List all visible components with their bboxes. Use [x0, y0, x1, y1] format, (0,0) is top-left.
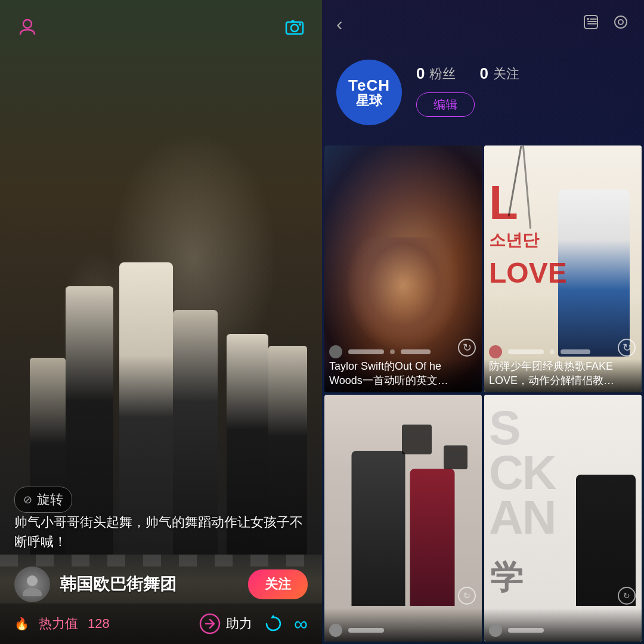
back-button[interactable]: ‹ [336, 13, 343, 35]
heat-icon: 🔥 [14, 617, 29, 631]
fans-label: 粉丝 [429, 65, 456, 83]
svg-point-14 [615, 16, 627, 28]
edit-profile-button[interactable]: 编辑 [416, 92, 475, 117]
svg-point-6 [23, 588, 42, 596]
grid-avatar-tiny-4 [489, 624, 502, 637]
gi4-dancer [576, 475, 636, 606]
gi4-chinese-char: 学 [490, 556, 523, 600]
gi3-person1 [352, 451, 405, 606]
grid-username-2b [561, 349, 590, 354]
gi3-person2 [410, 469, 455, 606]
user-avatar [14, 566, 50, 602]
bottom-action-bar: 🔥 热力值 128 助力 ∞ [0, 603, 322, 644]
grid-avatar-tiny-2 [489, 345, 502, 358]
grid-user-strip-1: Taylor Swift的Out Of he Woods一首动听的英文… [324, 359, 482, 392]
rotate-badge[interactable]: ⊘ 旋转 [14, 487, 72, 513]
svg-point-15 [618, 20, 623, 24]
profile-section: TeCH 星球 0 粉丝 0 关注 编辑 [322, 48, 644, 137]
follow-count: 0 [479, 64, 488, 83]
rotate-label: 旋转 [37, 491, 63, 509]
share-button[interactable] [262, 612, 284, 635]
grid-item-1[interactable]: Taylor Swift的Out Of he Woods一首动听的英文… [324, 145, 482, 392]
fans-stat: 0 粉丝 [416, 64, 456, 83]
right-panel: ‹ TeCH 星球 [322, 0, 644, 644]
grid-user-strip-4 [484, 608, 642, 642]
follow-stat: 0 关注 [479, 64, 519, 83]
grid-item-2[interactable]: L 소년단 LOVE 防弹少年团经典热歌FAKE LOVE，动作分解情侣教… [484, 145, 642, 392]
gi4-s-letter: S [489, 407, 519, 450]
user-bar: 韩国欧巴街舞团 关注 [0, 566, 322, 602]
follow-button[interactable]: 关注 [248, 569, 308, 599]
gi3-blur1 [402, 425, 432, 454]
grid-user-row-1 [329, 345, 477, 358]
assist-label: 助力 [226, 615, 252, 633]
grid-item-3[interactable]: ↻ [324, 395, 482, 642]
grid-item-3-bg [324, 395, 482, 642]
svg-point-4 [299, 23, 301, 26]
svg-rect-3 [291, 20, 295, 23]
grid-username-2 [508, 349, 544, 354]
follow-label: 关注 [493, 65, 519, 83]
channel-name: 韩国欧巴街舞团 [60, 573, 177, 596]
left-top-bar [0, 14, 322, 41]
grid-username-1 [348, 349, 384, 354]
grid-title-1: Taylor Swift的Out Of he Woods一首动听的英文… [329, 360, 477, 388]
profile-avatar: TeCH 星球 [336, 60, 402, 125]
gi2-dancer [558, 190, 630, 357]
spin-icon-3: ↻ [458, 587, 476, 605]
right-top-bar: ‹ [322, 0, 644, 48]
stats-row: 0 粉丝 0 关注 [416, 64, 630, 83]
user-icon[interactable] [14, 14, 41, 41]
gi2-korean: 소년단 [489, 232, 539, 249]
grid-username-3 [348, 628, 384, 633]
grid-item-4[interactable]: S CK AN 学 ↻ [484, 395, 642, 642]
profile-info: 0 粉丝 0 关注 编辑 [416, 60, 630, 117]
settings-icon[interactable] [612, 13, 630, 35]
share-icon[interactable] [582, 13, 600, 35]
grid-username-1b [401, 349, 431, 354]
fans-count: 0 [416, 64, 425, 83]
infinity-icon[interactable]: ∞ [294, 613, 308, 635]
grid-avatar-tiny-1 [329, 345, 342, 358]
grid-user-row-2 [489, 345, 637, 358]
left-panel: ⊘ 旋转 帅气小哥哥街头起舞，帅气的舞蹈动作让女孩子不断呼喊！ 韩国欧巴街舞团 … [0, 0, 322, 644]
grid-dot-2 [550, 349, 555, 354]
grid-item-4-bg: S CK AN 学 [484, 395, 642, 642]
svg-point-2 [291, 24, 298, 32]
right-top-icons [582, 13, 630, 35]
grid-user-strip-3 [324, 608, 482, 642]
svg-point-5 [27, 575, 38, 586]
gi4-an-text: AN [489, 496, 556, 539]
grid-user-row-4 [489, 624, 637, 637]
avatar-tech-text: TeCH [348, 77, 390, 94]
gi3-blur2 [444, 445, 467, 469]
assist-button[interactable]: 助力 [199, 612, 252, 635]
svg-point-0 [23, 20, 32, 28]
grid-user-row-3 [329, 624, 477, 637]
spin-icon-4: ↻ [618, 587, 636, 605]
grid-dot-1 [390, 349, 395, 354]
user-info: 韩国欧巴街舞团 [14, 566, 177, 602]
camera-icon[interactable] [281, 14, 308, 41]
grid-user-strip-2: 防弹少年团经典热歌FAKE LOVE，动作分解情侣教… [484, 359, 642, 392]
heat-value: 128 [88, 616, 110, 631]
avatar-star-text: 星球 [356, 94, 382, 108]
gi3-couple [352, 451, 455, 606]
video-caption: 帅气小哥哥街头起舞，帅气的舞蹈动作让女孩子不断呼喊！ [14, 512, 308, 552]
content-grid: Taylor Swift的Out Of he Woods一首动听的英文… L 소… [322, 143, 644, 644]
grid-avatar-tiny-3 [329, 624, 342, 637]
grid-title-2: 防弹少年团经典热歌FAKE LOVE，动作分解情侣教… [489, 360, 637, 388]
gi2-love: LOVE [489, 259, 567, 287]
svg-point-10 [587, 18, 589, 20]
heat-prefix: 热力值 [39, 615, 78, 633]
grid-username-4 [508, 628, 544, 633]
gi4-ck-text: CK [489, 451, 556, 494]
